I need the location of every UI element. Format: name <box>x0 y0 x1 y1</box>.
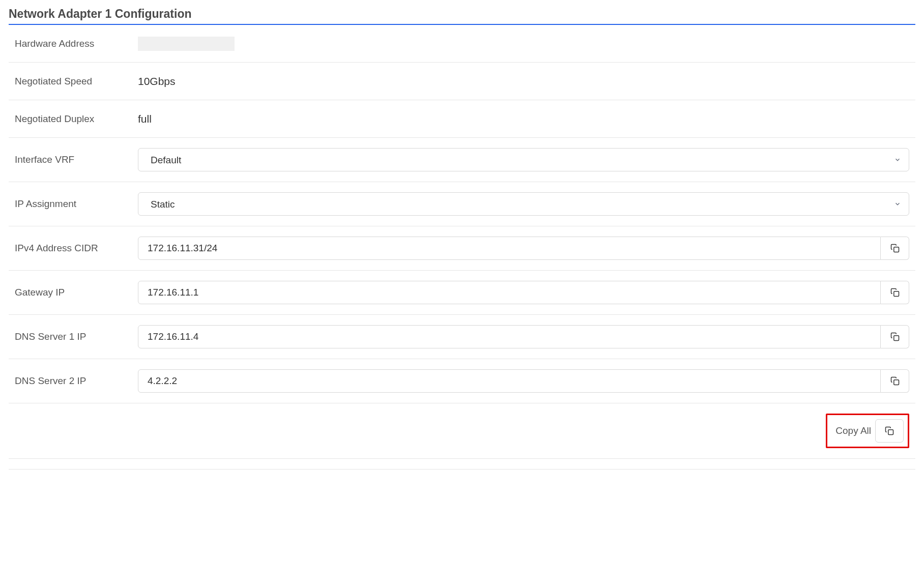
row-hardware-address: Hardware Address <box>9 25 915 63</box>
copy-icon <box>890 244 900 253</box>
svg-rect-3 <box>893 380 899 385</box>
copy-all-label: Copy All <box>835 425 871 436</box>
input-dns-server-2[interactable] <box>138 369 881 393</box>
label-gateway-ip: Gateway IP <box>15 287 138 298</box>
redacted-box <box>138 37 235 51</box>
input-ipv4-address-cidr[interactable] <box>138 237 881 260</box>
select-ip-assignment[interactable]: Static <box>138 192 909 216</box>
row-dns-server-1: DNS Server 1 IP <box>9 315 915 359</box>
select-interface-vrf[interactable]: Default <box>138 148 909 171</box>
row-copy-all: Copy All <box>9 403 915 459</box>
label-dns-server-1: DNS Server 1 IP <box>15 331 138 342</box>
copy-ipv4-address-button[interactable] <box>881 237 909 260</box>
svg-rect-1 <box>893 291 899 297</box>
copy-icon <box>890 376 900 386</box>
input-gateway-ip[interactable] <box>138 281 881 304</box>
section-title: Network Adapter 1 Configuration <box>9 7 915 25</box>
row-interface-vrf: Interface VRF Default <box>9 138 915 182</box>
row-gateway-ip: Gateway IP <box>9 271 915 315</box>
value-negotiated-speed: 10Gbps <box>138 75 909 87</box>
copy-icon <box>890 288 900 297</box>
svg-rect-0 <box>893 247 899 252</box>
row-partial <box>9 459 915 469</box>
copy-dns-server-1-button[interactable] <box>881 325 909 348</box>
copy-gateway-ip-button[interactable] <box>881 281 909 304</box>
copy-icon <box>890 332 900 341</box>
label-negotiated-duplex: Negotiated Duplex <box>15 113 138 125</box>
svg-rect-2 <box>893 336 899 341</box>
row-negotiated-speed: Negotiated Speed 10Gbps <box>9 63 915 100</box>
copy-all-button[interactable] <box>875 419 904 443</box>
value-hardware-address <box>138 37 909 51</box>
input-dns-server-1[interactable] <box>138 325 881 348</box>
label-dns-server-2: DNS Server 2 IP <box>15 375 138 387</box>
row-ipv4-address-cidr: IPv4 Address CIDR <box>9 226 915 271</box>
copy-dns-server-2-button[interactable] <box>881 369 909 393</box>
row-dns-server-2: DNS Server 2 IP <box>9 359 915 403</box>
form-section: Hardware Address Negotiated Speed 10Gbps… <box>9 25 915 470</box>
value-negotiated-duplex: full <box>138 113 909 125</box>
label-interface-vrf: Interface VRF <box>15 154 138 165</box>
row-ip-assignment: IP Assignment Static <box>9 182 915 226</box>
label-ipv4-address-cidr: IPv4 Address CIDR <box>15 243 138 254</box>
label-hardware-address: Hardware Address <box>15 38 138 49</box>
svg-rect-4 <box>888 430 893 435</box>
copy-all-highlight: Copy All <box>826 414 909 448</box>
copy-icon <box>885 426 894 435</box>
label-negotiated-speed: Negotiated Speed <box>15 76 138 87</box>
row-negotiated-duplex: Negotiated Duplex full <box>9 100 915 138</box>
label-ip-assignment: IP Assignment <box>15 198 138 210</box>
